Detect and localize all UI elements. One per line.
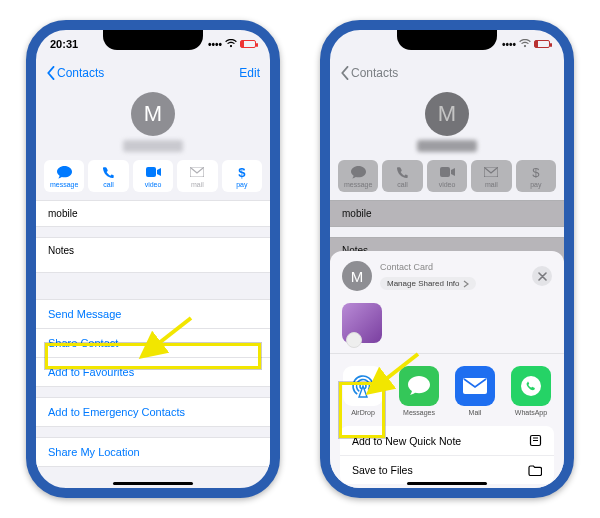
back-label: Contacts xyxy=(57,66,104,80)
send-message-row[interactable]: Send Message xyxy=(36,299,270,329)
add-favourites-row[interactable]: Add to Favourites xyxy=(36,358,270,387)
notch xyxy=(397,30,497,50)
video-button: video xyxy=(427,160,467,192)
share-contact-row[interactable]: Share Contact xyxy=(36,329,270,358)
airdrop-button[interactable]: AirDrop xyxy=(342,366,384,416)
signal-icon: •••• xyxy=(208,39,222,50)
mail-button[interactable]: mail xyxy=(177,160,217,192)
call-button[interactable]: call xyxy=(88,160,128,192)
contact-name xyxy=(417,140,477,152)
phone-left: 20:31 •••• Contacts Edit M xyxy=(26,20,280,498)
battery-icon xyxy=(240,40,256,48)
svg-point-9 xyxy=(521,376,541,396)
mail-share-button[interactable]: Mail xyxy=(454,366,496,416)
messages-button[interactable]: Messages xyxy=(398,366,440,416)
back-button[interactable]: Contacts xyxy=(46,66,104,80)
contact-actions: message call video mail $pay xyxy=(330,154,564,200)
notes-field[interactable]: Notes xyxy=(36,237,270,273)
whatsapp-button[interactable]: WhatsApp xyxy=(510,366,552,416)
pay-button: $pay xyxy=(516,160,556,192)
mail-app-icon xyxy=(462,377,488,395)
wifi-icon xyxy=(519,39,531,50)
phone-icon xyxy=(396,165,409,179)
phone-right: •••• Contacts M message xyxy=(320,20,574,498)
video-button[interactable]: video xyxy=(133,160,173,192)
mail-icon xyxy=(484,165,498,179)
signal-icon: •••• xyxy=(502,39,516,50)
nav-bar: Contacts xyxy=(330,58,564,88)
svg-rect-0 xyxy=(146,167,156,177)
back-button[interactable]: Contacts xyxy=(340,66,398,80)
add-emergency-row[interactable]: Add to Emergency Contacts xyxy=(36,397,270,427)
battery-icon xyxy=(534,40,550,48)
mobile-field[interactable]: mobile xyxy=(36,200,270,227)
message-icon xyxy=(57,165,72,179)
contact-actions: message call video mail $ xyxy=(36,154,270,200)
nav-bar: Contacts Edit xyxy=(36,58,270,88)
chevron-right-icon xyxy=(463,280,469,288)
airdrop-icon xyxy=(349,372,377,400)
svg-rect-3 xyxy=(440,167,450,177)
notch xyxy=(103,30,203,50)
message-icon xyxy=(351,165,366,179)
video-icon xyxy=(440,165,455,179)
call-button: call xyxy=(382,160,422,192)
whatsapp-icon xyxy=(519,374,543,398)
contact-name xyxy=(123,140,183,152)
phone-icon xyxy=(102,165,115,179)
save-files-row[interactable]: Save to Files xyxy=(340,455,554,484)
pay-label: pay xyxy=(236,181,247,188)
quicknote-icon xyxy=(529,434,542,447)
message-button: message xyxy=(338,160,378,192)
home-indicator[interactable] xyxy=(407,482,487,485)
message-button[interactable]: message xyxy=(44,160,84,192)
mail-label: mail xyxy=(191,181,204,188)
back-label: Contacts xyxy=(351,66,398,80)
mobile-field: mobile xyxy=(330,200,564,227)
call-label: call xyxy=(103,181,114,188)
quick-note-row[interactable]: Add to New Quick Note xyxy=(340,426,554,455)
nearby-device-thumbnail[interactable] xyxy=(342,303,382,343)
folder-icon xyxy=(528,465,542,476)
avatar: M xyxy=(425,92,469,136)
mail-button: mail xyxy=(471,160,511,192)
pay-icon: $ xyxy=(238,165,245,179)
pay-button[interactable]: $ pay xyxy=(222,160,262,192)
share-options-list: Add to New Quick Note Save to Files xyxy=(340,426,554,484)
message-label: message xyxy=(50,181,78,188)
video-icon xyxy=(146,165,161,179)
share-location-row[interactable]: Share My Location xyxy=(36,437,270,467)
mail-icon xyxy=(190,165,204,179)
wifi-icon xyxy=(225,39,237,50)
share-apps-row: AirDrop Messages Mail xyxy=(330,356,564,420)
home-indicator[interactable] xyxy=(113,482,193,485)
close-icon xyxy=(538,272,547,281)
messages-icon xyxy=(407,375,431,397)
sheet-avatar: M xyxy=(342,261,372,291)
pay-icon: $ xyxy=(532,165,539,179)
edit-button[interactable]: Edit xyxy=(239,66,260,80)
video-label: video xyxy=(145,181,162,188)
avatar[interactable]: M xyxy=(131,92,175,136)
manage-shared-info-button[interactable]: Manage Shared Info xyxy=(380,277,476,290)
sheet-title: Contact Card xyxy=(380,262,524,272)
close-button[interactable] xyxy=(532,266,552,286)
status-time: 20:31 xyxy=(50,38,78,50)
share-sheet: M Contact Card Manage Shared Info xyxy=(330,251,564,488)
